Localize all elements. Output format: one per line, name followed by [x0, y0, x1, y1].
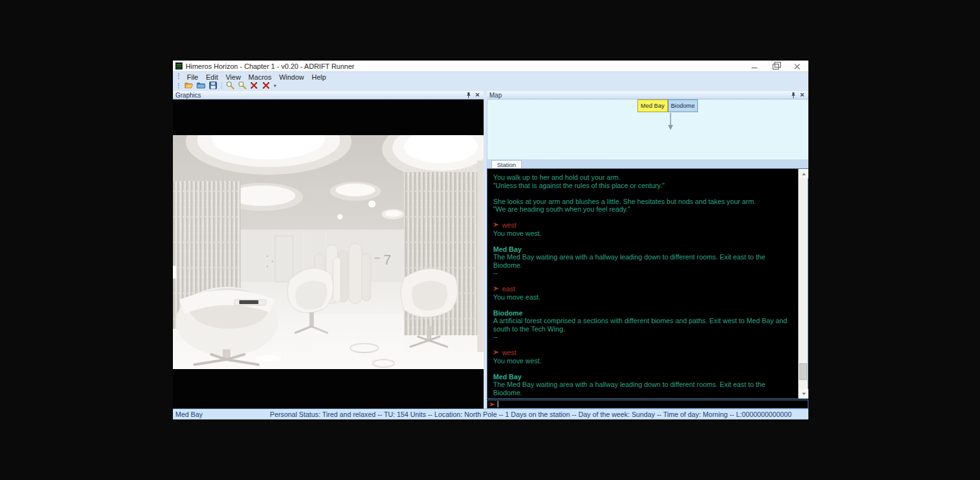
map-exit-arrow — [667, 113, 674, 131]
room-title: Med Bay — [493, 245, 796, 254]
blank-line — [493, 341, 796, 349]
menu-item-macros[interactable]: Macros — [244, 73, 275, 81]
zoom-out-button[interactable] — [236, 81, 248, 91]
map-canvas[interactable]: Med BayBiodome — [487, 99, 808, 159]
adrift-runner-window: Himeros Horizon - Chapter 1 - v0.20 - AD… — [173, 61, 808, 419]
close-button[interactable] — [794, 63, 801, 69]
blank-line — [493, 189, 796, 198]
story-line: The Med Bay waiting area with a hallway … — [493, 381, 796, 396]
blank-line — [493, 214, 796, 222]
story-output-panel[interactable]: You walk up to her and hold out your arm… — [487, 168, 808, 399]
story-line: You move west. — [493, 229, 796, 238]
toolbar-separator — [221, 82, 222, 89]
story-line: A artificial forest comprised a sections… — [493, 317, 796, 333]
toolbar: ▾ — [173, 80, 808, 91]
story-transcript: You walk up to her and hold out your arm… — [487, 169, 798, 398]
red-x-icon — [250, 80, 258, 92]
save-button[interactable] — [207, 81, 219, 91]
room-title: Biodome — [493, 309, 796, 317]
prompt-arrow-icon — [493, 349, 500, 357]
zoom-in-button[interactable] — [224, 81, 235, 91]
close-icon[interactable]: ✕ — [799, 92, 805, 98]
menu-item-window[interactable]: Window — [275, 73, 308, 81]
status-room: Med Bay — [173, 411, 270, 418]
window-title: Himeros Horizon - Chapter 1 - v0.20 - AD… — [186, 62, 355, 70]
story-line: She looks at your arm and blushes a litt… — [493, 198, 796, 206]
tab-station[interactable]: Station — [491, 160, 522, 168]
story-line: You move east. — [493, 293, 796, 302]
blank-line — [493, 365, 796, 373]
story-line: -- — [493, 396, 796, 398]
clear-button-1[interactable] — [248, 81, 260, 91]
map-room-biodome[interactable]: Biodome — [668, 99, 699, 112]
scroll-down-button[interactable] — [799, 389, 808, 398]
pin-icon[interactable] — [466, 92, 471, 98]
toolbar-grip — [178, 83, 180, 89]
scroll-up-button[interactable] — [799, 169, 808, 178]
story-line: "Unless that is against the rules of thi… — [493, 182, 796, 190]
map-panel-header: Map ✕ — [487, 91, 808, 99]
scrollbar-thumb[interactable] — [799, 363, 807, 380]
menu-bar: FileEditViewMacrosWindowHelp — [173, 71, 808, 80]
toolbar-overflow-button[interactable]: ▾ — [274, 84, 276, 89]
pin-icon[interactable] — [791, 92, 796, 98]
scrollbar[interactable] — [798, 169, 808, 398]
story-line: -- — [493, 333, 796, 341]
story-line: You move west. — [493, 357, 796, 365]
red-x-icon — [262, 80, 270, 92]
story-line: "We are heading south when you feel read… — [493, 205, 796, 214]
svg-text:7: 7 — [383, 252, 391, 268]
blank-line — [493, 301, 796, 309]
command-echo: west — [493, 349, 796, 357]
app-icon — [175, 62, 182, 69]
command-echo: east — [493, 285, 796, 293]
graphics-viewport: 7 — [173, 99, 484, 409]
menu-grip — [178, 73, 180, 79]
command-echo: west — [493, 221, 796, 229]
blank-line — [493, 277, 796, 286]
magnifier-icon — [238, 80, 246, 92]
story-line: The Med Bay waiting area with a hallway … — [493, 253, 796, 269]
map-panel-title: Map — [489, 92, 791, 99]
story-line: You walk up to her and hold out your arm… — [493, 173, 796, 182]
graphics-panel-title: Graphics — [175, 92, 466, 99]
prompt-arrow-icon — [493, 221, 500, 229]
prompt-arrow-icon — [493, 285, 500, 293]
story-line: -- — [493, 269, 796, 277]
command-input[interactable] — [487, 400, 808, 409]
status-text: Personal Status: Tired and relaxed -- TU… — [270, 411, 808, 418]
prompt-arrow-icon — [489, 398, 496, 410]
room-title: Med Bay — [493, 373, 796, 381]
open-button[interactable] — [183, 81, 195, 91]
clear-button-2[interactable] — [260, 81, 272, 91]
floppy-icon — [209, 80, 217, 92]
room-photo: 7 — [173, 135, 484, 369]
menu-item-help[interactable]: Help — [308, 73, 330, 81]
text-caret — [498, 401, 498, 407]
map-tab-strip: Station — [487, 159, 808, 168]
folder-blue-icon — [197, 80, 205, 92]
close-icon[interactable]: ✕ — [475, 92, 480, 98]
title-bar[interactable]: Himeros Horizon - Chapter 1 - v0.20 - AD… — [173, 61, 808, 71]
status-bar: Med Bay Personal Status: Tired and relax… — [173, 409, 808, 419]
minimize-button[interactable] — [752, 63, 759, 69]
graphics-panel: Graphics ✕ — [173, 91, 484, 409]
map-room-med-bay[interactable]: Med Bay — [637, 99, 668, 112]
blank-line — [493, 237, 796, 245]
restore-button[interactable] — [773, 63, 780, 69]
import-button[interactable] — [195, 81, 207, 91]
magnifier-icon — [226, 80, 234, 92]
folder-open-icon — [184, 80, 193, 92]
